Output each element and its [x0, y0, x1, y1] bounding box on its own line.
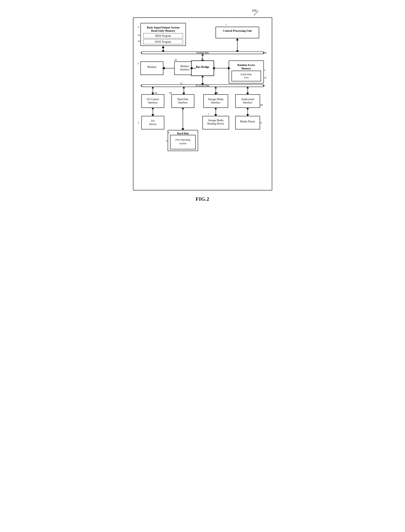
svg-text:61: 61 — [166, 139, 168, 142]
svg-text:Interface: Interface — [211, 101, 220, 104]
svg-text:Central Processing Unit: Central Processing Unit — [223, 29, 252, 32]
svg-text:Monitor: Monitor — [180, 65, 189, 68]
svg-rect-11 — [216, 27, 259, 38]
svg-marker-109 — [214, 108, 217, 109]
svg-text:70: 70 — [216, 92, 218, 94]
svg-text:Storage Media: Storage Media — [208, 119, 223, 122]
svg-text:Interface: Interface — [148, 101, 157, 104]
svg-text:30: 30 — [174, 59, 177, 61]
svg-text:Hard Disk: Hard Disk — [177, 132, 189, 135]
page-container: 100 Basic Input/Output System Read-Only … — [129, 4, 276, 206]
svg-text:5: 5 — [138, 121, 139, 124]
svg-rect-50 — [232, 71, 261, 81]
svg-text:I/O Control: I/O Control — [147, 98, 159, 101]
svg-text:21: 21 — [264, 76, 267, 79]
svg-text:Media Player: Media Player — [240, 120, 255, 123]
svg-text:Interface: Interface — [243, 101, 252, 104]
svg-text:Hard Disk: Hard Disk — [177, 98, 188, 101]
svg-text:RAM-Disk: RAM-Disk — [241, 73, 251, 76]
svg-text:Interface: Interface — [180, 68, 189, 71]
svg-marker-79 — [246, 87, 249, 88]
svg-text:Storage Media: Storage Media — [208, 98, 223, 101]
svg-marker-16 — [162, 46, 164, 48]
svg-text:Basic Input/Output System: Basic Input/Output System — [147, 26, 179, 29]
svg-marker-70 — [151, 87, 154, 88]
svg-text:System Bus: System Bus — [196, 51, 209, 54]
svg-text:60: 60 — [169, 92, 172, 94]
svg-text:Memory: Memory — [241, 67, 251, 70]
svg-text:System: System — [179, 142, 186, 145]
svg-text:3: 3 — [137, 62, 138, 65]
svg-text:2: 2 — [264, 69, 265, 72]
fig-label: FIG.2 — [133, 196, 272, 202]
svg-text:7: 7 — [208, 113, 209, 115]
svg-text:Reading Device: Reading Device — [207, 122, 224, 125]
svg-text:POST Program: POST Program — [155, 40, 171, 43]
svg-text:Read-Only Memory: Read-Only Memory — [151, 29, 175, 32]
svg-text:4: 4 — [138, 26, 139, 28]
svg-text:First Operating: First Operating — [175, 138, 190, 141]
svg-line-0 — [254, 11, 259, 15]
svg-text:Random Access: Random Access — [237, 64, 255, 67]
svg-marker-19 — [236, 38, 239, 40]
svg-text:80: 80 — [260, 104, 263, 106]
svg-text:12: 12 — [180, 82, 182, 85]
svg-text:1: 1 — [225, 23, 227, 26]
svg-text:8: 8 — [260, 121, 262, 124]
svg-text:Monitor: Monitor — [147, 65, 156, 68]
svg-text:Area: Area — [244, 76, 249, 79]
svg-text:11: 11 — [201, 57, 203, 60]
svg-text:10: 10 — [264, 51, 267, 54]
svg-text:Audiovisual: Audiovisual — [241, 98, 254, 101]
diagram-area: 100 Basic Input/Output System Read-Only … — [133, 8, 272, 202]
svg-text:Bus Bridge: Bus Bridge — [196, 65, 209, 68]
svg-marker-98 — [151, 108, 154, 109]
diagram-svg: Basic Input/Output System Read-Only Memo… — [137, 21, 268, 185]
svg-marker-115 — [246, 108, 249, 109]
svg-marker-73 — [182, 87, 185, 88]
svg-text:Device: Device — [149, 123, 156, 126]
svg-text:Interface: Interface — [178, 101, 187, 104]
svg-text:PCI/ISA Bus: PCI/ISA Bus — [196, 84, 209, 87]
svg-text:41: 41 — [138, 34, 140, 37]
svg-marker-105 — [182, 108, 184, 109]
svg-text:I/O: I/O — [151, 120, 155, 122]
svg-text:50: 50 — [155, 92, 157, 94]
svg-marker-29 — [201, 54, 204, 55]
svg-text:6: 6 — [168, 131, 169, 134]
svg-marker-76 — [214, 87, 217, 88]
svg-text:42: 42 — [138, 40, 140, 42]
svg-text:BIOS Program: BIOS Program — [155, 34, 171, 37]
